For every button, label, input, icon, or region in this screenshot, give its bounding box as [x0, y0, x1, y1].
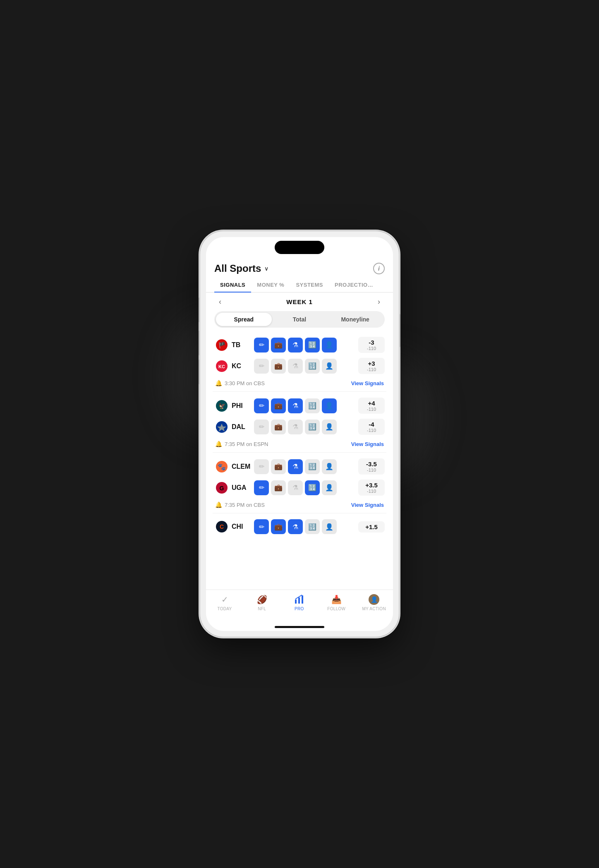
team-abbr-kc: KC: [232, 362, 252, 370]
header-title-group[interactable]: All Sports ∨: [214, 263, 268, 274]
signal-icons-tb: ✏ 💼 ⚗ 🔢 👤: [254, 338, 356, 352]
svg-rect-14: [295, 599, 297, 604]
nav-today[interactable]: ✓ TODAY: [213, 594, 236, 611]
chevron-down-icon: ∨: [264, 265, 268, 272]
signal-pen-dal[interactable]: ✏: [254, 420, 269, 434]
today-icon: ✓: [219, 594, 230, 605]
signal-calc-dal[interactable]: 🔢: [305, 420, 320, 434]
info-icon[interactable]: i: [373, 263, 385, 274]
moneyline-button[interactable]: Moneyline: [327, 313, 383, 326]
bet-type-toggle: Spread Total Moneyline: [214, 311, 385, 328]
nav-follow[interactable]: 📥 FOLLOW: [325, 594, 348, 611]
signal-user-kc[interactable]: 👤: [322, 359, 337, 374]
view-signals-clem-uga[interactable]: View Signals: [351, 502, 384, 508]
game-time-tb-kc: 🔔 3:30 PM on CBS View Signals: [213, 376, 386, 392]
signal-calc-chi[interactable]: 🔢: [305, 519, 320, 534]
signal-icons-clem: ✏ 💼 ⚗ 🔢 👤: [254, 459, 356, 474]
bell-icon-tb-kc[interactable]: 🔔: [215, 380, 222, 386]
signal-calc-phi[interactable]: 🔢: [305, 398, 320, 413]
nav-nfl-label: NFL: [258, 607, 266, 611]
signal-flask-tb[interactable]: ⚗: [288, 338, 303, 352]
team-logo-dal: [214, 420, 229, 434]
game-time-phi-dal: 🔔 7:35 PM on ESPN View Signals: [213, 437, 386, 453]
signal-flask-phi[interactable]: ⚗: [288, 398, 303, 413]
signal-money-chi[interactable]: 💼: [271, 519, 286, 534]
spread-chi: +1.5: [358, 521, 385, 532]
team-row-chi: C CHI ✏ 💼 ⚗ 🔢 👤 +1.5: [213, 517, 386, 537]
team-row-dal: DAL ✏ 💼 ⚗ 🔢 👤 -4 -110: [213, 416, 386, 437]
prev-week-button[interactable]: ‹: [214, 297, 226, 306]
tab-money[interactable]: MONEY %: [251, 278, 290, 292]
team-logo-tb: 🏴: [214, 338, 229, 352]
nav-pro-label: PRO: [295, 607, 304, 611]
game-time-left-phi-dal: 🔔 7:35 PM on ESPN: [215, 441, 268, 447]
signal-calc-kc[interactable]: 🔢: [305, 359, 320, 374]
team-abbr-chi: CHI: [232, 523, 252, 530]
signal-user-phi[interactable]: 👤: [322, 398, 337, 413]
signal-pen-chi[interactable]: ✏: [254, 519, 269, 534]
follow-icon: 📥: [331, 594, 342, 605]
signal-icons-phi: ✏ 💼 ⚗ 🔢 👤: [254, 398, 356, 413]
signal-user-uga[interactable]: 👤: [322, 480, 337, 495]
signal-flask-dal[interactable]: ⚗: [288, 420, 303, 434]
nav-follow-label: FOLLOW: [327, 607, 345, 611]
team-abbr-clem: CLEM: [232, 463, 252, 470]
spread-tb: -3 -110: [358, 337, 385, 353]
tab-projection[interactable]: PROJECTIO…: [329, 278, 379, 292]
signal-money-clem[interactable]: 💼: [271, 459, 286, 474]
tab-systems[interactable]: SYSTEMS: [290, 278, 329, 292]
signal-pen-phi[interactable]: ✏: [254, 398, 269, 413]
week-label: WEEK 1: [286, 298, 313, 305]
signal-user-dal[interactable]: 👤: [322, 420, 337, 434]
game-time-left-clem-uga: 🔔 7:35 PM on CBS: [215, 501, 265, 508]
svg-text:KC: KC: [218, 364, 225, 369]
home-bar: [275, 626, 324, 628]
view-signals-phi-dal[interactable]: View Signals: [351, 441, 384, 447]
svg-text:C: C: [220, 523, 224, 530]
dynamic-island: [275, 241, 324, 254]
spread-button[interactable]: Spread: [216, 313, 272, 326]
bell-icon-clem-uga[interactable]: 🔔: [215, 501, 222, 508]
total-button[interactable]: Total: [272, 313, 328, 326]
nav-nfl[interactable]: 🏈 NFL: [250, 594, 273, 611]
team-logo-phi: 🦅: [214, 398, 229, 413]
signal-user-tb[interactable]: 👤: [322, 338, 337, 352]
screen-content: All Sports ∨ i SIGNALS MONEY % SYSTEMS P…: [206, 258, 393, 590]
team-row-phi: 🦅 PHI ✏ 💼 ⚗ 🔢 👤 +4 -110: [213, 395, 386, 416]
signal-calc-tb[interactable]: 🔢: [305, 338, 320, 352]
signal-pen-kc[interactable]: ✏: [254, 359, 269, 374]
bottom-nav: ✓ TODAY 🏈 NFL PRO 📥: [206, 590, 393, 623]
signal-money-phi[interactable]: 💼: [271, 398, 286, 413]
signal-money-tb[interactable]: 💼: [271, 338, 286, 352]
team-logo-clem: 🐾: [214, 459, 229, 474]
signal-flask-kc[interactable]: ⚗: [288, 359, 303, 374]
signal-calc-clem[interactable]: 🔢: [305, 459, 320, 474]
signal-user-chi[interactable]: 👤: [322, 519, 337, 534]
signal-flask-chi[interactable]: ⚗: [288, 519, 303, 534]
nav-pro[interactable]: PRO: [288, 594, 311, 611]
signal-money-uga[interactable]: 💼: [271, 480, 286, 495]
signal-money-dal[interactable]: 💼: [271, 420, 286, 434]
game-card-tb-kc: 🏴 TB ✏ 💼 ⚗ 🔢 👤 -3 -110: [213, 334, 386, 392]
signal-user-clem[interactable]: 👤: [322, 459, 337, 474]
tab-signals[interactable]: SIGNALS: [214, 278, 251, 292]
home-indicator: [206, 623, 393, 631]
team-logo-chi: C: [214, 519, 229, 534]
signal-pen-uga[interactable]: ✏: [254, 480, 269, 495]
signal-money-kc[interactable]: 💼: [271, 359, 286, 374]
next-week-button[interactable]: ›: [373, 297, 385, 306]
signal-flask-clem[interactable]: ⚗: [288, 459, 303, 474]
game-time-text-clem-uga: 7:35 PM on CBS: [225, 502, 265, 508]
signal-flask-uga[interactable]: ⚗: [288, 480, 303, 495]
signal-pen-tb[interactable]: ✏: [254, 338, 269, 352]
pro-icon: [294, 594, 304, 605]
nav-my-action[interactable]: 👤 MY ACTION: [362, 594, 386, 611]
signal-calc-uga[interactable]: 🔢: [305, 480, 320, 495]
svg-text:🐾: 🐾: [218, 463, 226, 471]
signal-pen-clem[interactable]: ✏: [254, 459, 269, 474]
bell-icon-phi-dal[interactable]: 🔔: [215, 441, 222, 447]
avatar: 👤: [369, 594, 379, 605]
spread-phi: +4 -110: [358, 398, 385, 414]
view-signals-tb-kc[interactable]: View Signals: [351, 380, 384, 386]
signal-icons-dal: ✏ 💼 ⚗ 🔢 👤: [254, 420, 356, 434]
